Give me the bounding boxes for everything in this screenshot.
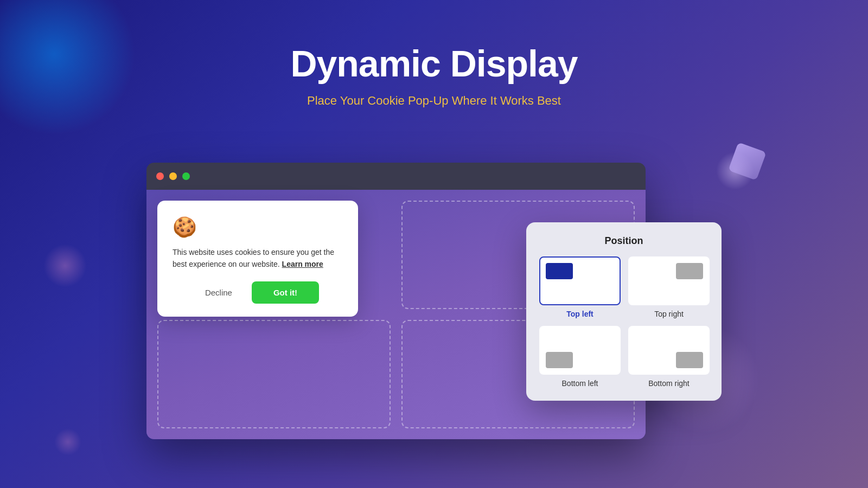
placeholder-bottom-left (157, 320, 391, 428)
cookie-text: This website uses cookies to ensure you … (173, 246, 343, 271)
learn-more-link[interactable]: Learn more (282, 260, 323, 268)
gem-decoration (728, 142, 766, 180)
decline-button[interactable]: Decline (196, 284, 241, 301)
indicator-top-left (546, 263, 573, 279)
position-option-bottom-left[interactable]: Bottom left (539, 326, 621, 388)
position-grid: Top left Top right Bottom left Bottom ri… (539, 256, 709, 388)
position-panel-title: Position (539, 235, 709, 247)
bg-decoration-1 (0, 0, 136, 136)
got-it-button[interactable]: Got it! (252, 281, 319, 304)
page-title: Dynamic Display (290, 43, 577, 84)
traffic-light-red[interactable] (156, 172, 164, 180)
indicator-bottom-right (676, 352, 703, 368)
indicator-top-right (676, 263, 703, 279)
position-option-top-right[interactable]: Top right (628, 256, 710, 318)
position-option-top-left[interactable]: Top left (539, 256, 621, 318)
position-label-bottom-right: Bottom right (648, 379, 689, 388)
traffic-light-green[interactable] (182, 172, 190, 180)
position-preview-bottom-left (539, 326, 621, 375)
traffic-light-yellow[interactable] (169, 172, 177, 180)
cookie-buttons: Decline Got it! (173, 281, 343, 304)
indicator-bottom-left (546, 352, 573, 368)
position-label-top-right: Top right (654, 310, 684, 318)
bg-decoration-3 (43, 244, 87, 287)
browser-titlebar (146, 163, 646, 190)
position-label-top-left: Top left (566, 310, 593, 318)
position-preview-top-right (628, 256, 710, 305)
page-subtitle: Place Your Cookie Pop-Up Where It Works … (290, 94, 577, 108)
cookie-icon: 🍪 (173, 216, 343, 239)
cookie-popup: 🍪 This website uses cookies to ensure yo… (157, 201, 358, 317)
position-preview-bottom-right (628, 326, 710, 375)
position-label-bottom-left: Bottom left (562, 379, 598, 388)
position-panel: Position Top left Top right Bottom left (526, 222, 722, 401)
page-header: Dynamic Display Place Your Cookie Pop-Up… (290, 43, 577, 108)
bg-decoration-4 (54, 428, 81, 455)
position-option-bottom-right[interactable]: Bottom right (628, 326, 710, 388)
position-preview-top-left (539, 256, 621, 305)
